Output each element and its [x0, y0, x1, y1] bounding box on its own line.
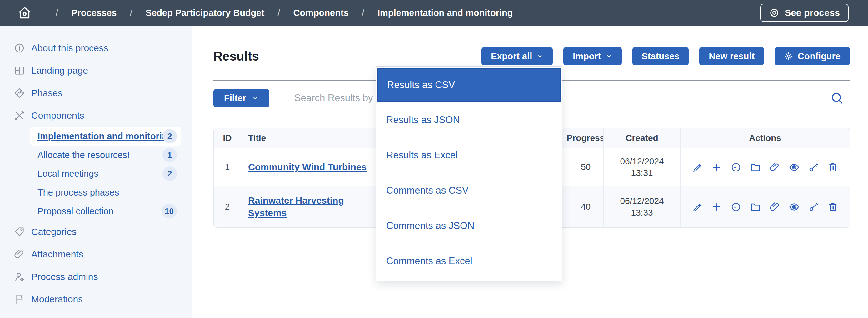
import-button[interactable]: Import: [563, 47, 621, 65]
sidebar-item-landing-page[interactable]: Landing page: [0, 59, 192, 82]
attachments-button[interactable]: [769, 162, 780, 173]
sidebar-subitem-label: Local meetings: [37, 169, 98, 179]
delete-button[interactable]: [827, 201, 838, 213]
chevron-down-icon: [252, 95, 259, 101]
components-subnav: Implementation and monitoring 2 Allocate…: [0, 127, 192, 221]
export-menu: Results as CSV Results as JSON Results a…: [376, 66, 562, 281]
sidebar-item-process-admins[interactable]: Process admins: [0, 265, 192, 288]
preview-button[interactable]: [788, 162, 800, 173]
breadcrumb-separator: /: [277, 7, 280, 18]
edit-button[interactable]: [692, 201, 703, 213]
add-button[interactable]: [711, 162, 722, 173]
folder-button[interactable]: [750, 162, 761, 173]
export-all-label: Export all: [491, 51, 532, 62]
breadcrumb-item-processes[interactable]: Processes: [71, 8, 117, 18]
row-id: 2: [214, 186, 241, 227]
sidebar-subitem-local-meetings[interactable]: Local meetings 2: [30, 164, 181, 183]
folder-icon: [750, 201, 761, 213]
permissions-button[interactable]: [808, 162, 819, 173]
created-date: 06/12/2024: [620, 156, 664, 167]
sidebar-item-phases[interactable]: Phases: [0, 82, 192, 104]
see-process-label: See process: [784, 7, 840, 18]
see-process-button[interactable]: See process: [760, 4, 849, 22]
export-all-button[interactable]: Export all: [482, 47, 553, 65]
sidebar-item-label: Attachments: [31, 249, 84, 260]
clock-icon: [731, 162, 741, 173]
header-progress: Progress: [568, 128, 603, 148]
sidebar-item-attachments[interactable]: Attachments: [0, 243, 192, 265]
breadcrumb-separator: /: [56, 7, 58, 18]
attachments-button[interactable]: [769, 201, 780, 213]
count-badge: 10: [161, 204, 177, 218]
row-id: 1: [214, 148, 241, 186]
breadcrumb-separator: /: [130, 7, 132, 18]
phases-diamond-icon: [14, 88, 25, 99]
folder-button[interactable]: [750, 201, 761, 213]
chevron-down-icon: [606, 53, 612, 60]
edit-button[interactable]: [692, 162, 703, 173]
sidebar-item-label: Moderations: [31, 294, 83, 305]
sidebar-item-about[interactable]: About this process: [0, 37, 192, 59]
sidebar-item-moderations[interactable]: Moderations: [0, 288, 192, 311]
search-icon: [830, 91, 844, 105]
history-button[interactable]: [731, 162, 741, 173]
permissions-button[interactable]: [808, 201, 819, 213]
import-label: Import: [573, 51, 601, 62]
paperclip-icon: [14, 249, 25, 260]
menu-item-comments-as-csv[interactable]: Comments as CSV: [377, 173, 561, 208]
sidebar-item-label: About this process: [31, 43, 108, 54]
new-result-button[interactable]: New result: [699, 47, 764, 65]
menu-item-results-as-csv[interactable]: Results as CSV: [377, 68, 561, 102]
sidebar-subitem-implementation-and-monitoring[interactable]: Implementation and monitoring 2: [30, 127, 181, 146]
menu-item-results-as-json[interactable]: Results as JSON: [377, 102, 561, 137]
pencil-icon: [692, 201, 703, 213]
statuses-button[interactable]: Statuses: [632, 47, 689, 65]
folder-icon: [750, 162, 761, 173]
row-title-cell: Rainwater Harvesting Systems: [241, 186, 376, 227]
key-icon: [808, 162, 819, 173]
result-title-link[interactable]: Community Wind Turbines: [248, 161, 367, 173]
created-time: 13:31: [631, 167, 653, 179]
configure-button[interactable]: Configure: [775, 47, 850, 65]
sidebar-subitem-label: Implementation and monitoring: [37, 131, 173, 141]
sidebar-item-label: Components: [31, 110, 84, 121]
toolbar: Export all Import Statuses New result Co…: [482, 47, 850, 65]
row-actions: [680, 148, 849, 186]
count-badge: 1: [162, 148, 177, 162]
sidebar-item-label: Landing page: [31, 65, 88, 76]
sidebar-item-categories[interactable]: Categories: [0, 221, 192, 243]
menu-item-comments-as-json[interactable]: Comments as JSON: [377, 208, 561, 243]
breadcrumb-separator: /: [362, 7, 364, 18]
breadcrumb-item-process[interactable]: Sedep Participatory Budget: [146, 8, 264, 18]
filter-button[interactable]: Filter: [213, 89, 269, 107]
result-title-link[interactable]: Rainwater Harvesting Systems: [248, 194, 370, 219]
page-title: Results: [213, 50, 259, 63]
row-progress: 40: [568, 186, 603, 227]
home-icon[interactable]: [18, 6, 32, 20]
breadcrumb: / Processes / Sedep Participatory Budget…: [42, 7, 513, 18]
history-button[interactable]: [731, 201, 741, 213]
sidebar-item-label: Process admins: [31, 272, 98, 282]
statuses-label: Statuses: [642, 51, 680, 62]
gear-icon: [784, 52, 793, 61]
header-created: Created: [603, 128, 680, 148]
sidebar-item-components[interactable]: Components: [0, 104, 192, 127]
header-title: Title: [241, 128, 376, 148]
search-button[interactable]: [830, 91, 844, 105]
chevron-down-icon: [536, 53, 544, 60]
sidebar-subitem-allocate-the-resources[interactable]: Allocate the resources! 1: [30, 146, 181, 164]
sidebar-subitem-the-process-phases[interactable]: The process phases: [30, 183, 181, 202]
breadcrumb-item-current-component[interactable]: Implementation and monitoring: [377, 8, 513, 18]
count-badge: 2: [162, 166, 177, 181]
plus-icon: [711, 162, 722, 173]
sidebar-subitem-proposal-collection[interactable]: Proposal collection 10: [30, 202, 181, 221]
menu-item-results-as-excel[interactable]: Results as Excel: [377, 137, 561, 173]
breadcrumb-item-components[interactable]: Components: [293, 8, 348, 18]
sidebar-subitem-label: Proposal collection: [37, 206, 114, 217]
row-progress: 50: [568, 148, 603, 186]
delete-button[interactable]: [827, 162, 838, 173]
preview-button[interactable]: [788, 201, 800, 213]
add-button[interactable]: [711, 201, 722, 213]
count-badge: 2: [162, 129, 177, 144]
menu-item-comments-as-excel[interactable]: Comments as Excel: [377, 243, 561, 279]
